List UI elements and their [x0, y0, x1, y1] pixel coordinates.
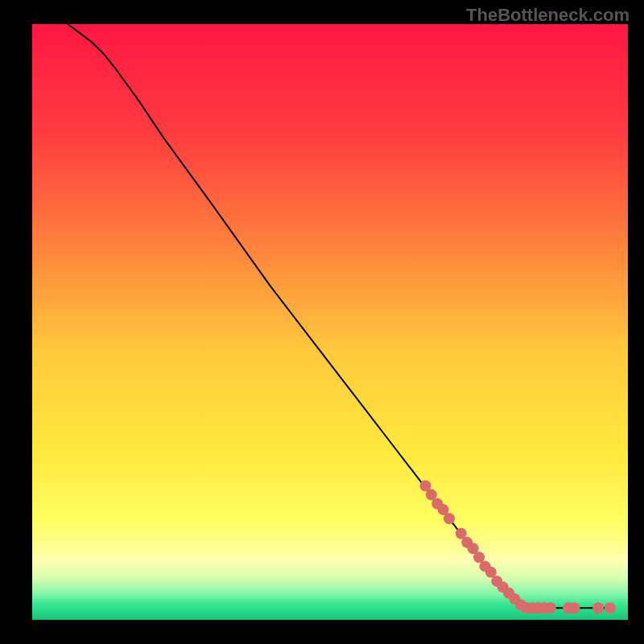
data-point: [444, 513, 455, 524]
data-point: [605, 602, 616, 613]
watermark-text: TheBottleneck.com: [466, 5, 630, 26]
plot-background: [32, 24, 628, 620]
data-point: [568, 602, 580, 613]
data-point: [545, 602, 556, 613]
data-point: [592, 602, 604, 613]
chart-container: TheBottleneck.com: [0, 0, 644, 644]
bottleneck-chart: [0, 0, 644, 644]
